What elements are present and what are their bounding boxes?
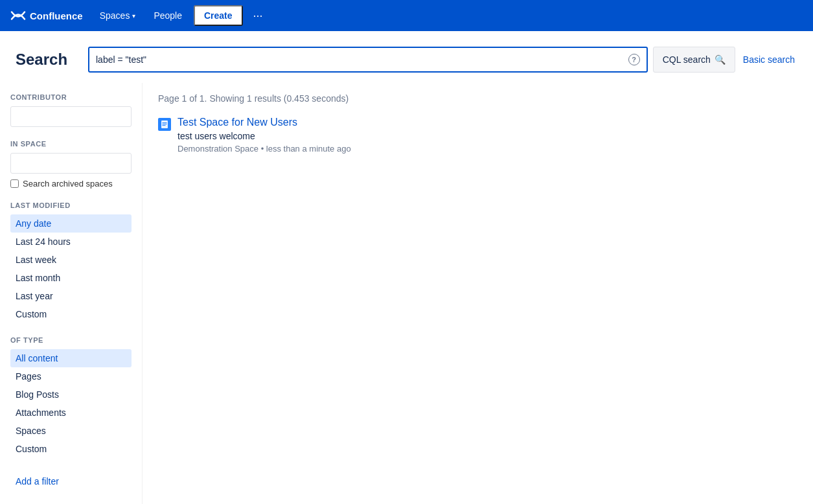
search-icon: 🔍: [715, 54, 726, 65]
result-meta: Demonstration Space • less than a minute…: [177, 144, 797, 154]
cql-search-button[interactable]: CQL search 🔍: [653, 47, 735, 73]
date-option-last-24[interactable]: Last 24 hours: [10, 233, 132, 251]
search-archived-label[interactable]: Search archived spaces: [10, 179, 132, 189]
results-area: Page 1 of 1. Showing 1 results (0.453 se…: [143, 83, 813, 504]
search-input-container: ?: [88, 47, 648, 73]
sidebar: CONTRIBUTOR IN SPACE Search archived spa…: [0, 83, 143, 504]
date-option-custom[interactable]: Custom: [10, 305, 132, 323]
result-excerpt: test users welcome: [177, 131, 797, 141]
date-option-any-date[interactable]: Any date: [10, 214, 132, 233]
of-type-filter: OF TYPE All content Pages Blog Posts Att…: [10, 336, 132, 458]
search-input[interactable]: [96, 54, 628, 65]
date-option-last-month[interactable]: Last month: [10, 269, 132, 287]
search-bar-wrapper: ? CQL search 🔍 Basic search: [88, 47, 797, 73]
basic-search-button[interactable]: Basic search: [740, 47, 797, 73]
results-meta: Page 1 of 1. Showing 1 results (0.453 se…: [158, 93, 797, 104]
help-icon[interactable]: ?: [628, 54, 640, 65]
svg-rect-1: [163, 122, 167, 123]
type-option-pages[interactable]: Pages: [10, 367, 132, 385]
of-type-label: OF TYPE: [10, 336, 132, 344]
search-header: Search ? CQL search 🔍 Basic search: [0, 31, 813, 83]
result-item: Test Space for New Users test users welc…: [158, 117, 797, 154]
in-space-label: IN SPACE: [10, 140, 132, 148]
svg-rect-3: [163, 125, 166, 126]
result-page-icon: [158, 118, 171, 131]
svg-rect-2: [163, 124, 167, 124]
contributor-input[interactable]: [10, 106, 132, 127]
last-modified-filter: LAST MODIFIED Any date Last 24 hours Las…: [10, 201, 132, 323]
type-option-attachments[interactable]: Attachments: [10, 404, 132, 422]
date-option-last-year[interactable]: Last year: [10, 287, 132, 305]
result-time: less than a minute ago: [266, 144, 351, 154]
in-space-filter: IN SPACE Search archived spaces: [10, 140, 132, 189]
page-title: Search: [16, 51, 80, 69]
page-layout: Search ? CQL search 🔍 Basic search CONTR…: [0, 31, 813, 504]
create-button[interactable]: Create: [194, 5, 243, 26]
people-nav-item[interactable]: People: [147, 6, 189, 25]
chevron-down-icon: ▾: [132, 12, 135, 19]
type-option-blog-posts[interactable]: Blog Posts: [10, 385, 132, 404]
more-options-button[interactable]: ···: [248, 6, 268, 25]
confluence-logo[interactable]: Confluence: [10, 8, 83, 23]
result-separator: •: [261, 144, 266, 154]
search-archived-checkbox[interactable]: [10, 179, 19, 188]
result-content: Test Space for New Users test users welc…: [177, 117, 797, 154]
contributor-filter: CONTRIBUTOR: [10, 93, 132, 127]
navbar: Confluence Spaces ▾ People Create ···: [0, 0, 813, 31]
spaces-nav-item[interactable]: Spaces ▾: [93, 6, 143, 25]
result-title[interactable]: Test Space for New Users: [177, 117, 797, 128]
result-space: Demonstration Space: [177, 144, 258, 154]
type-option-all-content[interactable]: All content: [10, 349, 132, 367]
last-modified-label: LAST MODIFIED: [10, 201, 132, 209]
date-option-last-week[interactable]: Last week: [10, 251, 132, 269]
type-option-custom[interactable]: Custom: [10, 440, 132, 458]
logo-text: Confluence: [30, 10, 83, 21]
contributor-label: CONTRIBUTOR: [10, 93, 132, 101]
add-filter-link[interactable]: Add a filter: [10, 471, 132, 487]
in-space-input[interactable]: [10, 153, 132, 174]
main-content: CONTRIBUTOR IN SPACE Search archived spa…: [0, 83, 813, 504]
type-option-spaces[interactable]: Spaces: [10, 422, 132, 440]
